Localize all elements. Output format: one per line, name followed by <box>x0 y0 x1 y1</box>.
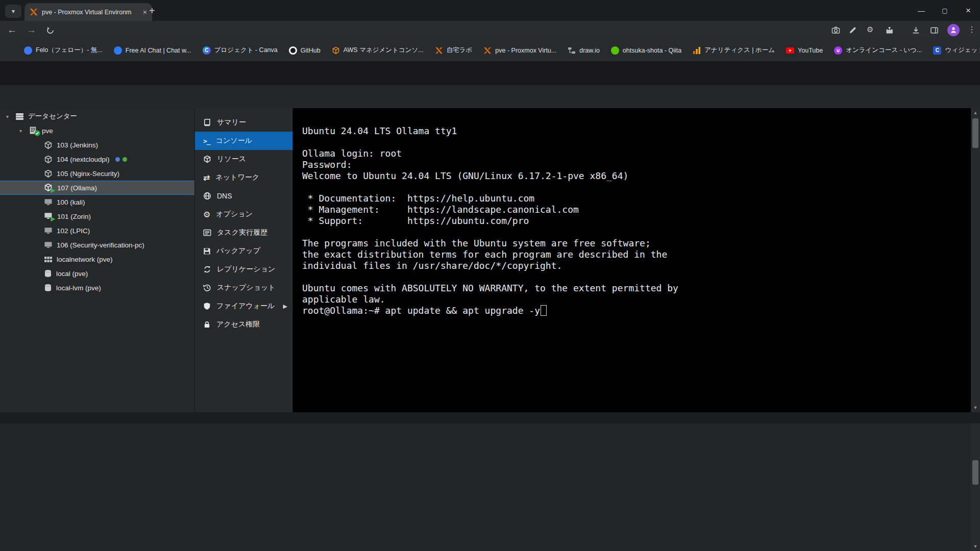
reload-icon[interactable] <box>46 26 55 35</box>
menu-item-console[interactable]: >_ コンソール <box>195 132 292 150</box>
tree-item-pve[interactable]: ▾ pve <box>0 123 194 138</box>
menu-item-backup[interactable]: バックアップ <box>195 242 292 260</box>
bookmark-item[interactable]: draw.io <box>562 46 605 55</box>
canva-favicon: C <box>203 46 211 55</box>
forward-icon[interactable]: → <box>27 24 36 36</box>
container-icon <box>44 155 53 164</box>
scroll-down-icon[interactable]: ▼ <box>971 544 980 549</box>
bookmark-item[interactable]: Cウィジェット < CLASSAC... <box>927 46 980 55</box>
tab-search-button[interactable]: ▾ <box>5 5 21 18</box>
menu-item-snapshot[interactable]: スナップショット <box>195 279 292 297</box>
avatar[interactable] <box>947 24 960 36</box>
menu-item-network[interactable]: ⇄ ネットワーク <box>195 168 292 187</box>
bookmark-item[interactable]: Cプロジェクト - Canva <box>197 46 283 55</box>
window-maximize-button[interactable]: ▢ <box>933 0 957 21</box>
online-check-icon <box>34 130 40 136</box>
container-icon <box>44 141 53 149</box>
bookmarks-bar: Felo（フェロー）- 無... Free AI Chat | Chat w..… <box>0 39 980 61</box>
analytics-favicon <box>693 46 701 55</box>
bookmark-item[interactable]: GitHub <box>283 46 326 55</box>
back-icon[interactable]: ← <box>7 24 17 36</box>
proxmox-header: PROXMOX Virtual Environment 9.1.1 ドキュメント… <box>0 61 980 85</box>
globe-icon <box>203 192 211 200</box>
menu-item-dns[interactable]: DNS <box>195 187 292 205</box>
bookmark-item[interactable]: ohtsuka-shota - Qiita <box>605 46 687 55</box>
task-panel: タスク クラスタログ 開始時刻↓ 終了時刻 ノード ユーザ名 説明 状態 3 2… <box>0 423 971 551</box>
pen-icon[interactable] <box>849 26 857 34</box>
chevron-down-icon[interactable]: ▾ <box>19 128 24 134</box>
browser-tab-strip: ▾ pve - Proxmox Virtual Environm × + — ▢… <box>0 0 980 21</box>
console-scrollbar[interactable]: ▲ ▼ <box>971 108 980 412</box>
book-icon <box>203 118 211 127</box>
gear-icon[interactable]: ⚙ <box>867 25 873 34</box>
bookmark-item[interactable]: AWS マネジメントコンソ... <box>326 46 429 55</box>
chevron-down-icon[interactable]: ▾ <box>6 114 11 119</box>
menu-item-summary[interactable]: サマリー <box>195 113 292 132</box>
proxmox-favicon <box>483 47 492 54</box>
menu-item-permissions[interactable]: アクセス権限 <box>195 315 292 334</box>
menu-item-options[interactable]: ⚙ オプション <box>195 205 292 223</box>
new-tab-button[interactable]: + <box>149 5 155 17</box>
bookmark-item[interactable]: 自宅ラボ <box>429 46 478 55</box>
tree-item-104-nextcloudpi[interactable]: 104 (nextcloudpi) <box>0 152 194 166</box>
aws-favicon <box>332 46 340 55</box>
person-icon <box>950 27 957 34</box>
tab-close-icon[interactable]: × <box>143 8 147 16</box>
download-icon[interactable] <box>912 26 920 35</box>
scrollbar-thumb[interactable] <box>972 460 978 485</box>
bookmark-item[interactable]: Free AI Chat | Chat w... <box>108 46 197 55</box>
window-close-button[interactable]: × <box>957 0 980 21</box>
task-scrollbar[interactable]: ▼ <box>971 423 980 551</box>
tree-item-105-nginx-security[interactable]: 105 (Nginx-Security) <box>0 166 194 181</box>
console-cursor <box>541 305 547 316</box>
browser-menu-icon[interactable]: ⋮ <box>968 24 976 34</box>
vm-icon <box>44 198 53 206</box>
menu-item-task-history[interactable]: タスク実行履歴 <box>195 223 292 242</box>
tree-item-datacenter[interactable]: ▾ データセンター <box>0 109 194 123</box>
side-panel-icon[interactable] <box>930 26 939 35</box>
proxmox-favicon <box>30 8 38 16</box>
tree-item-101-zorin[interactable]: 101 (Zorin) <box>0 209 194 223</box>
cube-icon <box>203 155 211 163</box>
resource-tree: ▾ データセンター ▾ pve 103 (Jenkins) 104 (nextc… <box>0 108 195 412</box>
content-toolbar: サーバ表示 ▾ ⚙ ノード pve 上のコンテナ 107 (Ollama) タグ… <box>0 85 980 109</box>
udemy-favicon: ∪ <box>834 46 842 55</box>
bookmark-item[interactable]: pve - Proxmox Virtu... <box>478 47 562 54</box>
tab-title: pve - Proxmox Virtual Environm <box>42 9 139 16</box>
felo-favicon <box>24 46 32 55</box>
menu-item-resources[interactable]: リソース <box>195 150 292 168</box>
tree-item-local-storage[interactable]: local (pve) <box>0 266 194 281</box>
scrollbar-thumb[interactable] <box>972 118 978 148</box>
tag-dot-green <box>122 157 127 162</box>
tree-item-107-ollama[interactable]: 107 (Ollama) <box>0 181 194 195</box>
tree-item-local-lvm-storage[interactable]: local-lvm (pve) <box>0 281 194 295</box>
bookmark-item[interactable]: アナリティクス | ホーム <box>687 46 780 55</box>
scroll-down-icon[interactable]: ▼ <box>971 405 980 410</box>
menu-item-replication[interactable]: レプリケーション <box>195 260 292 279</box>
datacenter-icon <box>15 112 24 121</box>
tree-item-localnetwork[interactable]: localnetwork (pve) <box>0 252 194 266</box>
panel-splitter[interactable] <box>0 412 980 423</box>
vnc-console[interactable]: Ubuntu 24.04 LTS Ollama tty1 Ollama logi… <box>293 108 971 412</box>
bookmark-item[interactable]: YouTube <box>780 46 828 55</box>
window-minimize-button[interactable]: — <box>910 0 933 21</box>
bookmark-item[interactable]: Felo（フェロー）- 無... <box>18 46 108 55</box>
tree-item-106-security-verification-pc[interactable]: 106 (Security-verification-pc) <box>0 238 194 252</box>
shield-icon <box>203 302 211 310</box>
scroll-up-icon[interactable]: ▲ <box>971 110 980 115</box>
proxmox-favicon <box>435 47 443 54</box>
tree-item-103-jenkins[interactable]: 103 (Jenkins) <box>0 138 194 152</box>
bookmark-item[interactable]: ∪オンラインコース - いつ... <box>828 46 927 55</box>
browser-tab[interactable]: pve - Proxmox Virtual Environm × <box>24 3 152 21</box>
tree-item-100-kali[interactable]: 100 (kali) <box>0 195 194 209</box>
menu-item-firewall[interactable]: ファイアウォール ▶ <box>195 297 292 315</box>
chat-favicon <box>114 46 122 55</box>
tree-item-102-lpic[interactable]: 102 (LPIC) <box>0 223 194 238</box>
running-play-icon <box>50 216 56 222</box>
task-list-icon <box>203 229 211 237</box>
extensions-puzzle-icon[interactable] <box>885 26 894 35</box>
storage-icon <box>44 269 52 278</box>
vm-icon <box>44 241 53 249</box>
node-icon <box>29 126 38 135</box>
screenshot-camera-icon[interactable] <box>831 26 840 35</box>
